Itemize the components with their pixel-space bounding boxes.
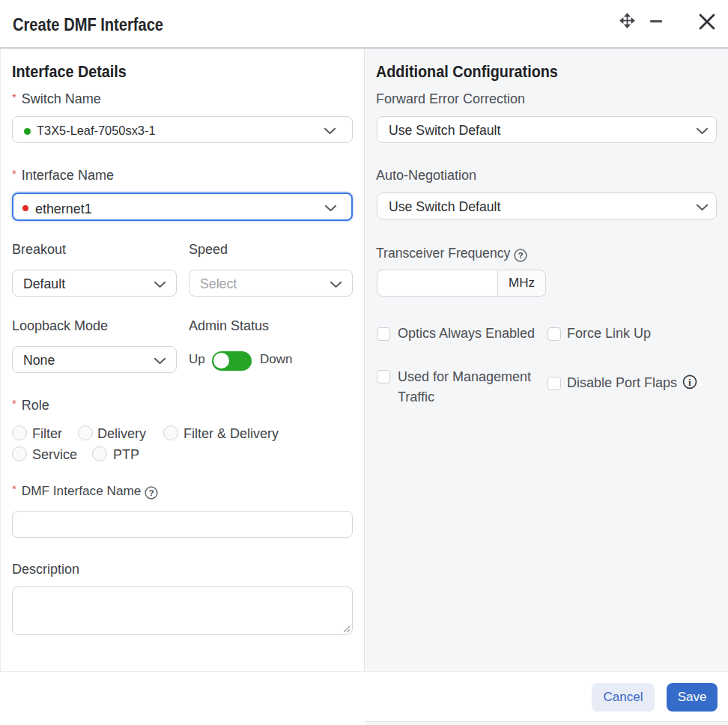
svg-text:i: i xyxy=(688,376,691,387)
svg-text:?: ? xyxy=(518,250,523,261)
svg-text:?: ? xyxy=(148,488,154,498)
